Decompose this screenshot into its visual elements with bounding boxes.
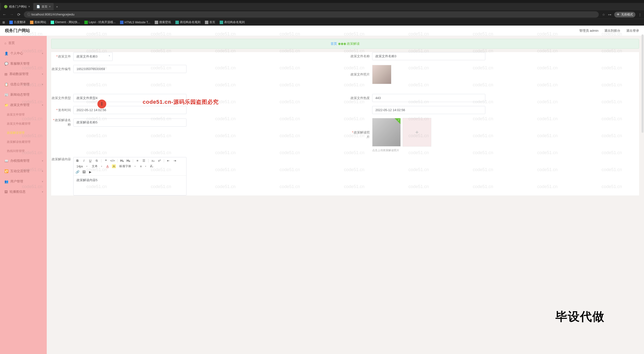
sidebar-sub-interpretfav[interactable]: 政策解读收藏管理 — [0, 137, 47, 146]
site-logo: 税务门户网站 — [5, 28, 30, 33]
strike-button[interactable]: S — [95, 159, 99, 162]
url-text: localhost:8081/#/zhengcejiedu — [32, 12, 74, 16]
publish-time-input[interactable] — [73, 106, 186, 114]
bookmark-item[interactable]: 图标网站 — [30, 20, 46, 24]
back-icon[interactable]: ← — [2, 12, 6, 17]
outdent-button[interactable]: ⇥ — [173, 159, 177, 162]
bookmark-item[interactable]: 首页 — [205, 20, 215, 24]
policy-file-photo[interactable] — [372, 65, 391, 84]
publish-time-2-input[interactable] — [372, 106, 485, 114]
logout-link[interactable]: 退出登录 — [626, 28, 639, 33]
bookmark-item[interactable]: 百度翻译 — [9, 20, 26, 24]
link-button[interactable]: 🔗 — [76, 170, 80, 174]
logout-front-link[interactable]: 退出到前台 — [604, 28, 620, 33]
url-input[interactable]: ⓘ localhost:8081/#/zhengcejiedu — [24, 11, 599, 18]
ul-button[interactable]: ☰ — [142, 159, 146, 162]
underline-button[interactable]: U — [88, 159, 92, 162]
sidebar-sub-hotline[interactable]: 热线问答管理 — [0, 146, 47, 156]
add-photo-button[interactable]: + — [403, 118, 431, 146]
sidebar-item-news[interactable]: 📰新闻动态管理 — [0, 89, 47, 100]
new-tab-button[interactable]: + — [54, 5, 60, 8]
image-button[interactable]: 🖼 — [82, 170, 86, 174]
fontfamily-select[interactable]: 标准字体 — [118, 164, 136, 169]
reload-icon[interactable]: ⟳ — [17, 12, 20, 17]
sidebar-item-users[interactable]: 👥用户管理 — [0, 176, 47, 187]
bookmark-item[interactable]: 表结构命名规则 — [220, 20, 245, 24]
scrollbar[interactable] — [642, 34, 644, 133]
user-area: 管理员 admin 退出到前台 退出登录 — [579, 28, 639, 33]
news-icon: 📰 — [4, 93, 8, 97]
indent-button[interactable]: ⇤ — [166, 159, 170, 162]
italic-button[interactable]: I — [82, 159, 86, 162]
interpret-photo-preview[interactable] — [372, 118, 401, 146]
tab-title: 首页 — [42, 5, 48, 9]
video-button[interactable]: ▶ — [88, 170, 92, 174]
bookmark-item[interactable]: Layui - 经典开源模... — [84, 20, 116, 24]
sidebar-item-policy[interactable]: 📁政策文件管理 — [0, 100, 47, 110]
code-button[interactable]: </> — [110, 159, 115, 162]
interpret-name-input[interactable] — [73, 118, 186, 127]
quote-button[interactable]: ❝ — [104, 159, 108, 162]
sub-button[interactable]: x₂ — [151, 159, 155, 162]
fontsize-select[interactable]: 14px — [76, 164, 88, 168]
sidebar-item-carousel[interactable]: 🖼轮播图信息 — [0, 187, 47, 197]
browser-tab-2[interactable]: 📄 首页 × — [34, 3, 54, 10]
bookmark-item[interactable]: 搜索壁纸 — [155, 20, 171, 24]
policy-file-heat-input[interactable] — [372, 94, 485, 102]
bookmark-item[interactable]: 表结构命名规则 — [176, 20, 200, 24]
align-select[interactable]: ≡ — [139, 164, 147, 168]
menu-icon[interactable]: ⋮ — [638, 13, 642, 16]
close-icon[interactable]: × — [28, 5, 30, 8]
bookmark-item[interactable]: Element - 网站快... — [51, 20, 80, 24]
interact-icon: 🔁 — [4, 169, 8, 173]
bookmark-item[interactable]: HTML5 Website T... — [120, 21, 150, 24]
sidebar-item-guide[interactable]: 📖办税指南管理 — [0, 156, 47, 166]
browser-tab-1[interactable]: 🟢 税务门户网站 × — [1, 3, 33, 10]
sidebar-item-interact[interactable]: 🔁互动交流管理 — [0, 166, 47, 176]
sidebar-sub-policyfav[interactable]: 政策文件收藏管理 — [0, 119, 47, 128]
sidebar-item-disclosure[interactable]: 📋信息公开管理 — [0, 79, 47, 89]
sidebar-item-home[interactable]: ⌂首页 — [0, 38, 47, 48]
ol-button[interactable]: ≡ — [136, 159, 140, 162]
sidebar: ⌂首页 👤个人中心 💬客服聊天管理 ▤基础数据管理 📋信息公开管理 📰新闻动态管… — [0, 36, 47, 354]
policy-file-code-label: 政策文件编号 — [51, 67, 73, 71]
tab-favicon: 📄 — [36, 5, 40, 8]
user-icon: 👤 — [4, 52, 8, 55]
apps-button[interactable]: ⊞ — [2, 21, 5, 24]
sidebar-item-basedata[interactable]: ▤基础数据管理 — [0, 69, 47, 79]
cursor-marker: I — [98, 100, 106, 108]
policy-file-type-input[interactable] — [73, 94, 186, 102]
editor-content[interactable]: 政策解读内容5 — [74, 176, 186, 195]
h2-button[interactable]: H₂ — [126, 159, 130, 162]
data-icon: ▤ — [4, 72, 8, 76]
separator — [101, 159, 101, 162]
current-user[interactable]: 管理员 admin — [579, 28, 598, 33]
key-icon[interactable]: ⊶ — [608, 13, 611, 16]
bold-button[interactable]: B — [76, 159, 80, 162]
content-area: 首页 ◉◉◉ 政策解读 *政策文件 政策文件名称3 政策文件名称 政策文件编号 — [47, 36, 644, 354]
policy-file-select[interactable]: 政策文件名称3 — [73, 52, 113, 61]
rich-editor: B I U S ❝ </> H₁ H₂ ≡ ☰ — [73, 157, 186, 195]
window-top — [0, 0, 644, 3]
sidebar-item-profile[interactable]: 👤个人中心 — [0, 48, 47, 58]
bgcolor-button[interactable]: A — [112, 164, 116, 168]
interpret-name-label: *政策解读名称 — [51, 118, 73, 127]
sidebar-sub-interpret[interactable]: 政策解读管理 — [0, 128, 47, 137]
clear-button[interactable]: T̶ₓ — [150, 164, 154, 168]
separator — [117, 159, 118, 162]
separator — [148, 159, 148, 162]
info-icon: 📋 — [4, 83, 8, 86]
policy-file-code-input[interactable] — [73, 65, 186, 73]
textcolor-button[interactable]: A — [106, 164, 110, 168]
breadcrumb-home[interactable]: 首页 — [330, 42, 337, 45]
h1-button[interactable]: H₁ — [120, 159, 124, 162]
forward-icon[interactable]: → — [10, 12, 14, 17]
separator — [133, 159, 133, 162]
sup-button[interactable]: x² — [158, 159, 161, 162]
close-icon[interactable]: × — [49, 5, 51, 8]
policy-file-name-input[interactable] — [372, 52, 485, 60]
star-icon[interactable]: ☆ — [602, 13, 605, 16]
sidebar-item-chat[interactable]: 💬客服聊天管理 — [0, 58, 47, 69]
sidebar-sub-policyfile[interactable]: 政策文件管理 — [0, 110, 47, 119]
texttype-select[interactable]: 文本 — [91, 164, 103, 169]
